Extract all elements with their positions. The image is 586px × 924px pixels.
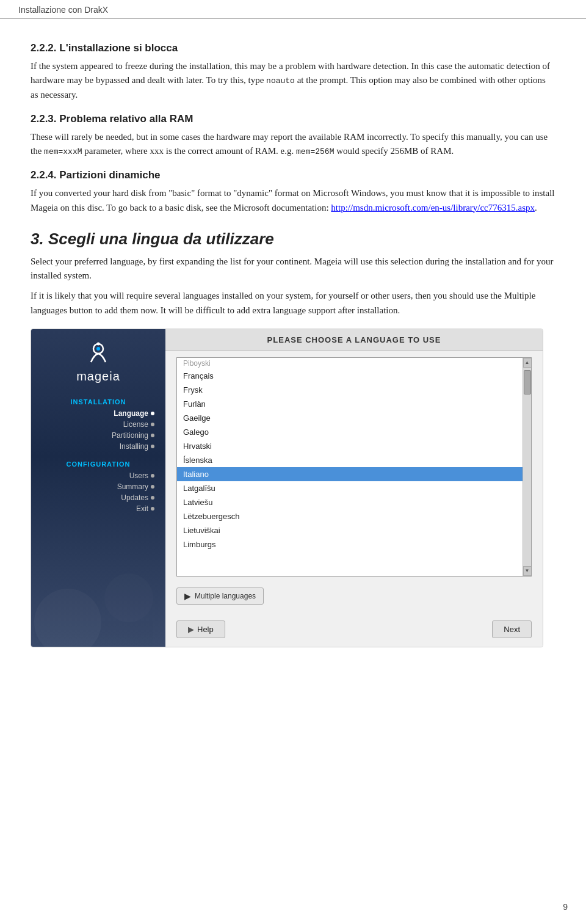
sidebar-label-partitioning: Partitioning (112, 431, 148, 440)
scrollbar-down-button[interactable]: ▼ (523, 566, 532, 576)
installer-screenshot: mageia INSTALLATION Language License Par… (31, 329, 543, 647)
sidebar-item-language[interactable]: Language (31, 408, 165, 419)
help-label: Help (197, 625, 214, 634)
lang-item-gaeilge[interactable]: Gaeilge (177, 411, 531, 425)
help-button[interactable]: ▶ Help (176, 620, 225, 638)
installer-footer: ▶ Help Next (165, 616, 543, 647)
section-224-para: If you converted your hard disk from "ba… (31, 186, 555, 215)
header-title: Installazione con DrakX (18, 5, 108, 15)
lang-item-francais[interactable]: Français (177, 369, 531, 383)
sidebar-item-partitioning[interactable]: Partitioning (31, 430, 165, 441)
page-number: 9 (563, 902, 568, 912)
mageia-logo-icon (85, 340, 112, 367)
lang-item-italiano[interactable]: Italiano (177, 467, 531, 481)
section-3-para2: If it is likely that you will require se… (31, 289, 555, 318)
page-header: Installazione con DrakX (0, 0, 586, 19)
lang-item-letzebuergesch[interactable]: Lëtzebuergesch (177, 509, 531, 523)
configuration-section-label: CONFIGURATION (66, 460, 130, 468)
next-label: Next (504, 625, 520, 634)
svg-point-1 (96, 347, 100, 351)
section-224-heading: 2.2.4. Partizioni dinamiche (31, 169, 555, 181)
multiple-languages-button[interactable]: ▶ Multiple languages (176, 588, 264, 605)
sidebar-item-users[interactable]: Users (31, 470, 165, 481)
sidebar-label-updates: Updates (121, 493, 148, 502)
section-222-para: If the system appeared to freeze during … (31, 59, 555, 102)
sidebar-label-users: Users (129, 471, 148, 480)
section-222-heading: 2.2.2. L'installazione si blocca (31, 42, 555, 54)
sidebar-dot-language (151, 412, 154, 415)
installer-bottom-area: ▶ Multiple languages (165, 583, 543, 616)
lang-item-galego[interactable]: Galego (177, 425, 531, 439)
noauto-code: noauto (266, 76, 295, 85)
help-icon: ▶ (188, 625, 194, 634)
msdn-link[interactable]: http://msdn.microsoft.com/en-us/library/… (331, 203, 535, 213)
installer-sidebar: mageia INSTALLATION Language License Par… (31, 329, 165, 647)
svg-point-4 (104, 573, 153, 622)
multiple-lang-icon: ▶ (184, 591, 191, 601)
section-223-para: These will rarely be needed, but in some… (31, 130, 555, 159)
sidebar-label-language: Language (114, 409, 148, 418)
sidebar-logo-text: mageia (76, 369, 120, 384)
sidebar-dot-users (151, 474, 154, 478)
sidebar-item-installing[interactable]: Installing (31, 441, 165, 452)
installation-section-label: INSTALLATION (70, 398, 126, 406)
lang-item-islenska[interactable]: Íslenska (177, 453, 531, 467)
lang-item-lietuviskai[interactable]: Lietuviškai (177, 523, 531, 537)
lang-item-furlan[interactable]: Furlàn (177, 397, 531, 411)
sidebar-label-installing: Installing (120, 442, 148, 451)
sidebar-dot-exit (151, 507, 154, 511)
lang-item-frysk[interactable]: Frysk (177, 383, 531, 397)
sidebar-item-summary[interactable]: Summary (31, 481, 165, 492)
sidebar-label-license: License (123, 420, 148, 429)
lang-item-limburgs[interactable]: Limburgs (177, 537, 531, 551)
mem-xxxM-code: mem=xxxM (44, 147, 82, 156)
mageia-installer: mageia INSTALLATION Language License Par… (31, 329, 543, 647)
installer-main-panel: PLEASE CHOOSE A LANGUAGE TO USE Piboyski… (165, 329, 543, 647)
lang-item-latviesu[interactable]: Latviešu (177, 495, 531, 509)
scrollbar-track[interactable]: ▲ ▼ (523, 358, 531, 576)
sidebar-label-summary: Summary (117, 482, 148, 491)
sidebar-dot-partitioning (151, 434, 154, 437)
lang-item-hrvatski[interactable]: Hrvatski (177, 439, 531, 453)
sidebar-label-exit: Exit (136, 504, 148, 513)
sidebar-dot-updates (151, 496, 154, 500)
sidebar-dot-license (151, 423, 154, 426)
section-223-heading: 2.2.3. Problema relativo alla RAM (31, 113, 555, 125)
lang-item-piboyski[interactable]: Piboyski (177, 358, 531, 369)
sidebar-dot-installing (151, 445, 154, 448)
main-content: 2.2.2. L'installazione si blocca If the … (0, 19, 586, 695)
sidebar-logo: mageia (76, 340, 120, 384)
section-3-para1: Select your preferred language, by first… (31, 255, 555, 283)
svg-point-2 (96, 342, 99, 345)
sidebar-item-exit[interactable]: Exit (31, 503, 165, 514)
multiple-lang-label: Multiple languages (195, 592, 256, 600)
scrollbar-thumb[interactable] (524, 370, 531, 395)
language-list-box[interactable]: Piboyski Français Frysk Furlàn Gaeilge G… (176, 357, 532, 577)
installer-title-bar: PLEASE CHOOSE A LANGUAGE TO USE (165, 329, 543, 351)
sidebar-item-updates[interactable]: Updates (31, 492, 165, 503)
sidebar-bg-decoration (31, 549, 165, 647)
sidebar-item-license[interactable]: License (31, 419, 165, 430)
language-list[interactable]: Piboyski Français Frysk Furlàn Gaeilge G… (177, 358, 531, 551)
lang-item-latgalisu[interactable]: Latgalīšu (177, 481, 531, 495)
svg-point-3 (34, 589, 101, 647)
language-list-area: Piboyski Français Frysk Furlàn Gaeilge G… (165, 351, 543, 583)
sidebar-dot-summary (151, 485, 154, 489)
section-3-heading: 3. Scegli una lingua da utilizzare (31, 230, 555, 249)
scrollbar-up-button[interactable]: ▲ (523, 358, 532, 368)
next-button[interactable]: Next (492, 620, 532, 638)
mem-256M-code: mem=256M (296, 147, 334, 156)
